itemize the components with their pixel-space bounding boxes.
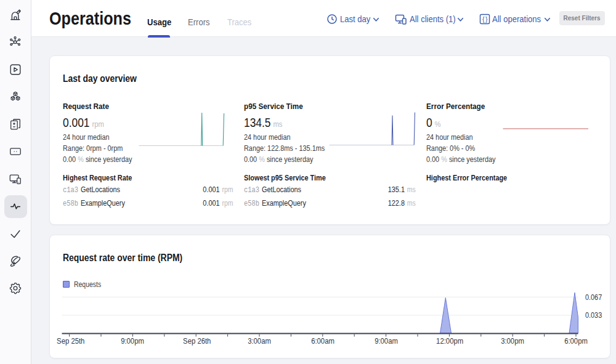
svg-text:{: { [482,15,485,23]
svg-text:}: } [485,15,488,23]
